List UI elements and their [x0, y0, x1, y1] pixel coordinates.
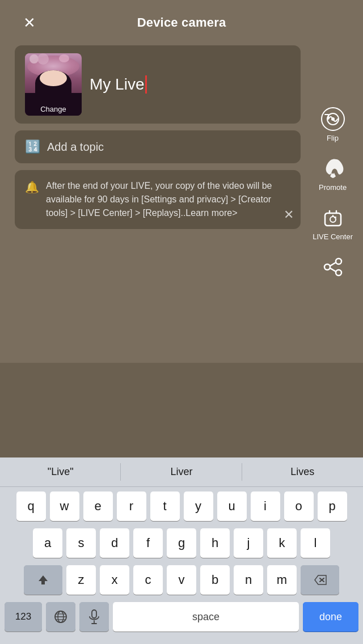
- bell-icon: 🔔: [25, 180, 39, 194]
- key-b[interactable]: b: [200, 565, 230, 595]
- key-a[interactable]: a: [33, 528, 62, 558]
- hashtag-icon: 🔢: [25, 139, 40, 154]
- delete-key[interactable]: [301, 565, 339, 595]
- key-p[interactable]: p: [318, 492, 347, 521]
- close-notification-button[interactable]: ✕: [284, 207, 294, 222]
- key-i[interactable]: i: [251, 492, 280, 521]
- live-title-text: My Live: [90, 75, 290, 94]
- key-j[interactable]: j: [234, 528, 263, 558]
- key-q[interactable]: q: [16, 492, 46, 521]
- key-o[interactable]: o: [284, 492, 314, 521]
- close-button[interactable]: ✕: [17, 10, 42, 35]
- add-topic-label: Add a topic: [47, 141, 104, 154]
- key-d[interactable]: d: [100, 528, 129, 558]
- keyboard-rows: q w e r t y u i o p a s d f g h j k l: [0, 487, 363, 644]
- key-row-1: q w e r t y u i o p: [2, 492, 361, 521]
- key-z[interactable]: z: [66, 565, 96, 595]
- live-title-input[interactable]: My Live: [90, 75, 290, 94]
- key-row-bottom: 123 space: [2, 602, 361, 632]
- live-title-card: Change My Live: [15, 45, 301, 124]
- notification-text: After the end of your LIVE, your copy of…: [46, 179, 290, 220]
- key-h[interactable]: h: [200, 528, 230, 558]
- key-u[interactable]: u: [217, 492, 247, 521]
- key-m[interactable]: m: [267, 565, 297, 595]
- promote-button[interactable]: Promote: [315, 151, 350, 195]
- key-l[interactable]: l: [301, 528, 330, 558]
- text-cursor: [145, 75, 147, 94]
- header: ✕ Device camera: [0, 0, 363, 45]
- autocomplete-item-1[interactable]: "Live": [0, 457, 121, 486]
- key-s[interactable]: s: [66, 528, 96, 558]
- key-n[interactable]: n: [234, 565, 263, 595]
- sidebar: Flip Promote LIVE Center: [309, 102, 356, 284]
- header-title: Device camera: [137, 15, 226, 30]
- notification-card: 🔔 After the end of your LIVE, your copy …: [15, 170, 301, 229]
- key-e[interactable]: e: [83, 492, 113, 521]
- key-row-2: a s d f g h j k l: [2, 528, 361, 558]
- key-y[interactable]: y: [184, 492, 213, 521]
- key-t[interactable]: t: [150, 492, 180, 521]
- done-key[interactable]: done: [303, 602, 358, 632]
- svg-line-7: [330, 262, 336, 266]
- keyboard: "Live" Liver Lives q w e r t y u i o p a…: [0, 457, 363, 644]
- share-icon: [319, 253, 347, 281]
- main-content: Change My Live 🔢 Add a topic 🔔 After the…: [15, 45, 301, 229]
- key-row-3: z x c v b n m: [2, 565, 361, 595]
- avatar-container[interactable]: Change: [25, 53, 82, 116]
- space-key[interactable]: space: [113, 602, 299, 632]
- autocomplete-item-3[interactable]: Lives: [242, 457, 363, 486]
- shift-key[interactable]: [24, 565, 62, 595]
- share-button[interactable]: [316, 250, 350, 284]
- globe-key[interactable]: [46, 602, 75, 632]
- svg-point-2: [331, 117, 335, 121]
- svg-point-4: [336, 259, 341, 264]
- key-g[interactable]: g: [167, 528, 196, 558]
- key-w[interactable]: w: [50, 492, 79, 521]
- live-center-label: LIVE Center: [313, 232, 353, 241]
- close-icon: ✕: [23, 15, 36, 30]
- svg-point-5: [324, 264, 330, 270]
- flip-icon: [319, 105, 347, 133]
- promote-icon: [319, 155, 347, 182]
- autocomplete-bar: "Live" Liver Lives: [0, 457, 363, 487]
- autocomplete-item-2[interactable]: Liver: [121, 457, 242, 486]
- svg-point-6: [336, 270, 341, 276]
- flip-label: Flip: [327, 134, 339, 142]
- microphone-key[interactable]: [79, 602, 109, 632]
- key-c[interactable]: c: [133, 565, 163, 595]
- flip-button[interactable]: Flip: [316, 102, 350, 146]
- key-r[interactable]: r: [117, 492, 146, 521]
- live-center-button[interactable]: LIVE Center: [309, 201, 356, 244]
- numbers-key[interactable]: 123: [5, 602, 42, 632]
- key-v[interactable]: v: [167, 565, 196, 595]
- key-f[interactable]: f: [133, 528, 163, 558]
- live-center-icon: [319, 204, 347, 231]
- svg-line-8: [330, 268, 336, 272]
- change-label: Change: [40, 105, 66, 113]
- promote-label: Promote: [319, 183, 347, 192]
- svg-rect-16: [92, 610, 96, 618]
- add-topic-button[interactable]: 🔢 Add a topic: [15, 130, 301, 163]
- key-k[interactable]: k: [267, 528, 297, 558]
- key-x[interactable]: x: [100, 565, 129, 595]
